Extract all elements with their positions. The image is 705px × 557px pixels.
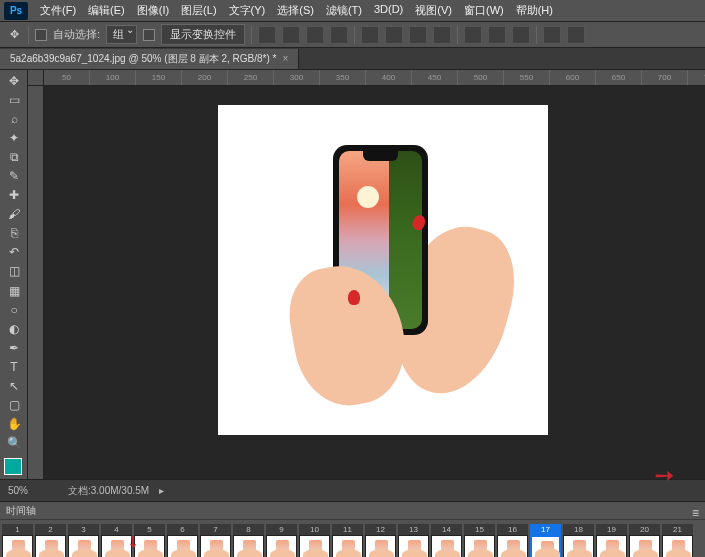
timeline-frame[interactable]: 180.2▾: [563, 524, 594, 557]
timeline-frame[interactable]: 100.2▾: [299, 524, 330, 557]
zoom-level[interactable]: 50%: [8, 485, 58, 496]
menu-item[interactable]: 视图(V): [409, 3, 458, 18]
timeline-frame[interactable]: 120.2▾: [365, 524, 396, 557]
nail-graphic: [348, 290, 360, 305]
frame-thumbnail: [101, 535, 132, 557]
menu-item[interactable]: 滤镜(T): [320, 3, 368, 18]
gradient-tool-icon[interactable]: ▦: [2, 282, 26, 299]
blur-tool-icon[interactable]: ○: [2, 301, 26, 318]
frame-number: 1: [2, 524, 33, 535]
menu-item[interactable]: 3D(D): [368, 3, 409, 18]
align-icon[interactable]: [306, 26, 324, 44]
chevron-right-icon[interactable]: ▸: [159, 485, 164, 496]
menu-item[interactable]: 编辑(E): [82, 3, 131, 18]
stamp-tool-icon[interactable]: ⎘: [2, 225, 26, 242]
ruler-tick: 400: [366, 70, 412, 85]
dodge-tool-icon[interactable]: ◐: [2, 320, 26, 337]
divider: [28, 26, 29, 44]
distribute-icon[interactable]: [361, 26, 379, 44]
frame-number: 4: [101, 524, 132, 535]
menu-item[interactable]: 选择(S): [271, 3, 320, 18]
shape-tool-icon[interactable]: ▢: [2, 397, 26, 414]
timeline-frame[interactable]: 50.2▾: [134, 524, 165, 557]
frame-number: 7: [200, 524, 231, 535]
timeline-frame[interactable]: 20.2▾: [35, 524, 66, 557]
distribute-icon[interactable]: [433, 26, 451, 44]
status-bar: 50% 文档:3.00M/30.5M ▸: [0, 479, 705, 501]
type-tool-icon[interactable]: T: [2, 358, 26, 375]
timeline-frame[interactable]: 200.2▾: [629, 524, 660, 557]
timeline-frame[interactable]: 30.2▾: [68, 524, 99, 557]
timeline-frame[interactable]: 80.2▾: [233, 524, 264, 557]
frame-number: 11: [332, 524, 363, 535]
transform-controls-button[interactable]: 显示变换控件: [161, 24, 245, 45]
history-brush-icon[interactable]: ↶: [2, 244, 26, 261]
menu-item[interactable]: 文字(Y): [223, 3, 272, 18]
layer-group-select[interactable]: 组: [106, 25, 137, 44]
timeline-frame[interactable]: 140.2▾: [431, 524, 462, 557]
hand-tool-icon[interactable]: ✋: [2, 416, 26, 433]
ruler-tick: 600: [550, 70, 596, 85]
mode-icon[interactable]: [543, 26, 561, 44]
lasso-tool-icon[interactable]: ⌕: [2, 110, 26, 127]
ruler-tick: 650: [596, 70, 642, 85]
align-icon[interactable]: [282, 26, 300, 44]
timeline-frame[interactable]: 130.2▾: [398, 524, 429, 557]
timeline-frame[interactable]: 70.2▾: [200, 524, 231, 557]
auto-select-checkbox[interactable]: [35, 29, 47, 41]
frame-number: 18: [563, 524, 594, 535]
wand-tool-icon[interactable]: ✦: [2, 129, 26, 146]
divider: [251, 26, 252, 44]
move-tool-icon[interactable]: ✥: [2, 72, 26, 89]
crop-tool-icon[interactable]: ⧉: [2, 148, 26, 165]
timeline-frame[interactable]: 60.2▾: [167, 524, 198, 557]
timeline-frame[interactable]: 160.2▾: [497, 524, 528, 557]
eyedropper-tool-icon[interactable]: ✎: [2, 167, 26, 184]
timeline-frame[interactable]: 150.2▾: [464, 524, 495, 557]
timeline-frame[interactable]: 90.2▾: [266, 524, 297, 557]
panel-menu-icon[interactable]: ≡: [692, 506, 699, 520]
frame-number: 3: [68, 524, 99, 535]
zoom-tool-icon[interactable]: 🔍: [2, 435, 26, 452]
frame-thumbnail: [68, 535, 99, 557]
timeline-frame[interactable]: 40.2▾: [101, 524, 132, 557]
distribute-icon[interactable]: [488, 26, 506, 44]
eraser-tool-icon[interactable]: ◫: [2, 263, 26, 280]
canvas-area[interactable]: 5010015020025030035040045050055060065070…: [28, 70, 705, 479]
timeline-frame[interactable]: 110.2▾: [332, 524, 363, 557]
brush-tool-icon[interactable]: 🖌: [2, 206, 26, 223]
mode-icon[interactable]: [567, 26, 585, 44]
marquee-tool-icon[interactable]: ▭: [2, 91, 26, 108]
toolbox: ✥ ▭ ⌕ ✦ ⧉ ✎ ✚ 🖌 ⎘ ↶ ◫ ▦ ○ ◐ ✒ T ↖ ▢ ✋ 🔍: [0, 70, 28, 479]
frame-thumbnail: [266, 535, 297, 557]
color-swatch[interactable]: [4, 458, 22, 475]
menu-item[interactable]: 图层(L): [175, 3, 222, 18]
transform-controls-checkbox[interactable]: [143, 29, 155, 41]
auto-select-label: 自动选择:: [53, 27, 100, 42]
document-tab[interactable]: 5a2a6b39c9a67_1024.jpg @ 50% (图层 8 副本 2,…: [0, 49, 299, 69]
timeline-frame[interactable]: 210 秒▾: [662, 524, 693, 557]
distribute-icon[interactable]: [464, 26, 482, 44]
timeline-frame[interactable]: 170.2▾: [530, 524, 561, 557]
menu-item[interactable]: 帮助(H): [510, 3, 559, 18]
frame-thumbnail: [2, 535, 33, 557]
align-icon[interactable]: [330, 26, 348, 44]
timeline-frame[interactable]: 10.2▾: [2, 524, 33, 557]
heal-tool-icon[interactable]: ✚: [2, 187, 26, 204]
align-icon[interactable]: [258, 26, 276, 44]
frame-thumbnail: [365, 535, 396, 557]
timeline-header: 时间轴 ≡: [0, 502, 705, 520]
frame-number: 5: [134, 524, 165, 535]
distribute-icon[interactable]: [385, 26, 403, 44]
frame-number: 12: [365, 524, 396, 535]
menu-item[interactable]: 图像(I): [131, 3, 175, 18]
timeline-frame[interactable]: 190.2▾: [596, 524, 627, 557]
menu-item[interactable]: 文件(F): [34, 3, 82, 18]
frame-thumbnail: [563, 535, 594, 557]
pen-tool-icon[interactable]: ✒: [2, 339, 26, 356]
distribute-icon[interactable]: [512, 26, 530, 44]
path-tool-icon[interactable]: ↖: [2, 378, 26, 395]
menu-item[interactable]: 窗口(W): [458, 3, 510, 18]
close-icon[interactable]: ×: [282, 53, 288, 64]
distribute-icon[interactable]: [409, 26, 427, 44]
